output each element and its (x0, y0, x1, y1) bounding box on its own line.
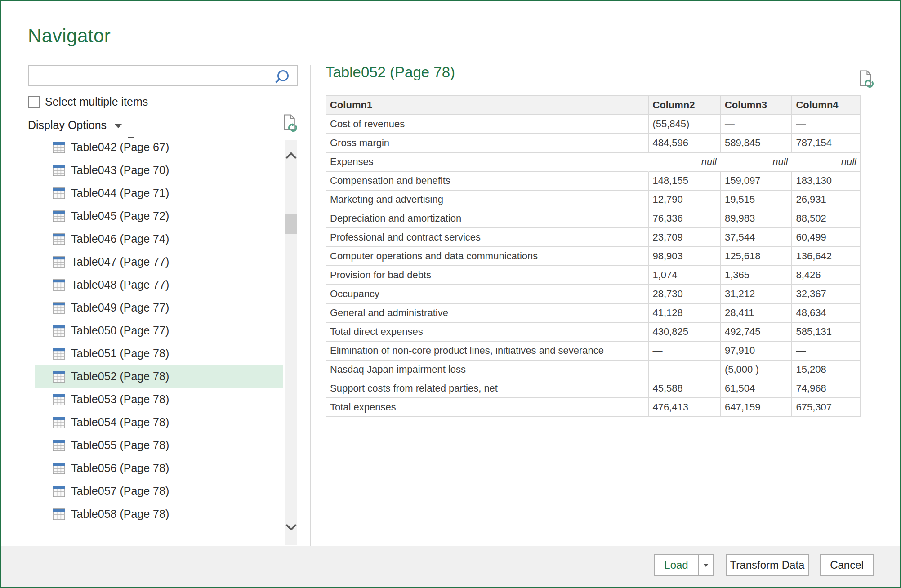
search-input[interactable] (29, 66, 277, 85)
table-cell: 45,588 (649, 379, 721, 398)
table-cell: 26,931 (792, 191, 860, 209)
list-item[interactable]: Table044 (Page 71) (35, 182, 283, 205)
table-cell: Total expenses (326, 398, 649, 416)
list-item[interactable]: Table047 (Page 77) (35, 250, 283, 273)
transform-data-button[interactable]: Transform Data (726, 554, 809, 576)
scroll-down-icon[interactable] (285, 520, 296, 530)
table-row: Total expenses476,413647,159675,307 (326, 398, 860, 416)
table-icon (53, 279, 65, 291)
table-row: Nasdaq Japan impairment loss—(5,000 )15,… (326, 361, 860, 379)
table-row: Elimination of non-core product lines, i… (326, 342, 860, 361)
list-item[interactable]: Table055 (Page 78) (35, 434, 283, 457)
refresh-preview-icon[interactable] (858, 70, 874, 91)
table-cell: Computer operations and data communicati… (326, 247, 649, 266)
table-icon (53, 187, 65, 199)
list-item-label: Table044 (Page 71) (71, 187, 169, 200)
list-item-label: Table054 (Page 78) (71, 416, 169, 429)
column-header: Column2 (649, 96, 721, 115)
list-item-label: Table051 (Page 78) (71, 347, 169, 360)
list-item-label: Table043 (Page 70) (71, 164, 169, 177)
display-options-label: Display Options (28, 119, 107, 132)
list-item[interactable]: Table046 (Page 74) (35, 227, 283, 250)
load-button[interactable]: Load (654, 554, 699, 576)
list-item[interactable]: Table053 (Page 78) (35, 388, 283, 411)
chevron-down-icon (115, 124, 122, 128)
select-multiple-checkbox[interactable] (28, 96, 40, 108)
load-dropdown-button[interactable] (698, 554, 714, 576)
list-item-label: Table052 (Page 78) (71, 370, 169, 383)
table-cell: — (792, 342, 860, 361)
table-header-row: Column1Column2Column3Column4 (326, 96, 860, 115)
table-cell: — (721, 115, 793, 134)
table-row: Compensation and benefits148,155159,0971… (326, 172, 860, 191)
table-row: Gross margin484,596589,845787,154 (326, 134, 860, 153)
list-item[interactable]: Table052 (Page 78) (35, 365, 283, 388)
table-row: General and administrative41,12828,41148… (326, 304, 860, 323)
table-cell: 136,642 (792, 247, 860, 266)
list-item[interactable]: Table056 (Page 78) (35, 457, 283, 480)
list-item[interactable]: Table043 (Page 70) (35, 159, 283, 182)
table-icon (53, 210, 65, 222)
table-cell: 98,903 (649, 247, 721, 266)
table-cell: 15,208 (792, 361, 860, 379)
table-cell: Nasdaq Japan impairment loss (326, 361, 649, 379)
list-item[interactable]: Table050 (Page 77) (35, 319, 283, 342)
list-item-label: Table048 (Page 77) (71, 278, 169, 291)
table-cell: 12,790 (649, 191, 721, 209)
list-item[interactable]: Table049 (Page 77) (35, 296, 283, 319)
cancel-button[interactable]: Cancel (820, 554, 874, 576)
page-title: Navigator (28, 25, 111, 47)
display-options[interactable]: Display Options (28, 119, 122, 132)
table-cell: 28,730 (649, 285, 721, 304)
navigator-dialog: Navigator Select multiple items Display … (0, 0, 901, 588)
table-cell: 88,502 (792, 209, 860, 228)
list-item-label: Table045 (Page 72) (71, 209, 169, 223)
table-cell: 1,365 (721, 266, 793, 285)
list-item[interactable]: Table042 (Page 67) (35, 136, 283, 159)
refresh-icon[interactable] (281, 114, 298, 135)
table-icon (53, 463, 65, 474)
table-cell: — (649, 361, 721, 379)
search-box (28, 65, 298, 86)
list-item-label: Table042 (Page 67) (71, 141, 169, 154)
select-multiple-row: Select multiple items (28, 95, 148, 108)
table-icon (53, 508, 65, 520)
table-cell: — (649, 342, 721, 361)
list-item[interactable]: Table057 (Page 78) (35, 480, 283, 503)
list-item-label: Table055 (Page 78) (71, 439, 169, 452)
list-item[interactable]: Table054 (Page 78) (35, 411, 283, 434)
list-scrollbar[interactable] (285, 140, 297, 545)
list-item-label: Table056 (Page 78) (71, 462, 169, 475)
table-icon (53, 256, 65, 268)
table-row: Marketing and advertising12,79019,51526,… (326, 191, 860, 209)
table-row: Professional and contract services23,709… (326, 228, 860, 247)
list-item[interactable]: Table045 (Page 72) (35, 205, 283, 227)
table-cell: Compensation and benefits (326, 172, 649, 191)
table-cell: 585,131 (792, 323, 860, 342)
table-icon (53, 486, 65, 497)
list-item[interactable]: Table048 (Page 77) (35, 273, 283, 296)
table-cell: Support costs from related parties, net (326, 379, 649, 398)
table-row: Computer operations and data communicati… (326, 247, 860, 266)
table-icon (53, 440, 65, 451)
table-row: Cost of revenues(55,845)—— (326, 115, 860, 134)
table-cell: null (721, 153, 793, 172)
table-cell: 60,499 (792, 228, 860, 247)
table-cell: 484,596 (649, 134, 721, 153)
scrollbar-thumb[interactable] (285, 214, 297, 234)
table-cell: 28,411 (721, 304, 793, 323)
table-cell: 89,983 (721, 209, 793, 228)
list-item[interactable]: Table058 (Page 78) (35, 503, 283, 526)
table-cell: 647,159 (721, 398, 793, 416)
column-header: Column1 (326, 96, 649, 115)
list-item[interactable]: Table051 (Page 78) (35, 342, 283, 365)
table-cell: (55,845) (649, 115, 721, 134)
search-icon[interactable] (277, 70, 289, 81)
table-cell: 19,515 (721, 191, 793, 209)
table-cell: 675,307 (792, 398, 860, 416)
list-item-label: Table053 (Page 78) (71, 393, 169, 406)
table-icon (53, 394, 65, 405)
table-cell: 1,074 (649, 266, 721, 285)
scroll-up-icon[interactable] (285, 152, 296, 163)
table-cell: 476,413 (649, 398, 721, 416)
